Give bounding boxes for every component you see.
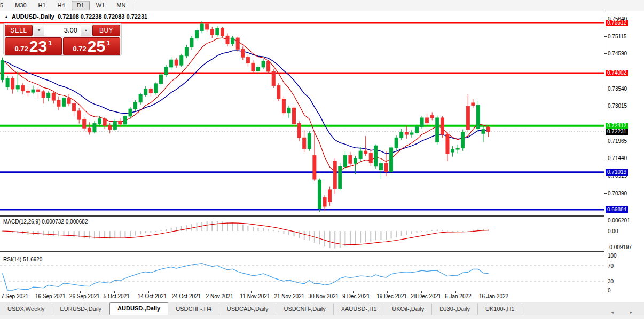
date-axis-tick-mark <box>80 291 81 293</box>
price-axis[interactable]: 0.756400.751150.745900.735400.730150.719… <box>604 11 644 291</box>
date-axis-tick-mark <box>183 291 183 293</box>
chart-window: ▲ AUDUSD-,Daily 0.72108 0.72238 0.72083 … <box>0 11 644 302</box>
macd-axis-tick: -0.009197 <box>608 244 632 250</box>
tab-scroll-arrows[interactable]: ◂ ▸ <box>611 309 644 315</box>
date-axis-tick-mark <box>490 291 490 293</box>
buy-price-button[interactable]: 0.72 25 1 <box>63 37 120 55</box>
date-axis-tick-mark <box>46 291 46 293</box>
price-axis-tick-mark <box>604 158 607 158</box>
sell-button[interactable]: SELL <box>5 25 33 36</box>
macd-axis-tick: 0.006201 <box>608 218 630 224</box>
timeframe-button-mn[interactable]: MN <box>111 1 131 10</box>
price-axis-tick: 0.73540 <box>608 85 627 91</box>
price-axis-tick-mark <box>604 141 607 141</box>
date-axis-label: 19 Dec 2021 <box>376 293 407 299</box>
pane-border <box>0 215 604 216</box>
chart-tab-usdcnh-daily[interactable]: USDCNH-,Daily <box>276 304 333 315</box>
chart-tab-xauusd-h1[interactable]: XAUUSD-,H1 <box>334 304 385 315</box>
sell-price-point: 1 <box>48 39 52 47</box>
timeframe-button-d1[interactable]: D1 <box>72 1 90 10</box>
date-axis-tick-mark <box>421 291 422 293</box>
price-axis-tick-mark <box>604 19 607 19</box>
rsi-axis-tick: 70 <box>608 263 614 269</box>
price-level-badge: 0.69884 <box>606 206 628 213</box>
chart-tab-usdx-weekly[interactable]: USDX,Weekly <box>0 304 52 315</box>
macd-label: MACD(12,26,9) 0.000732 0.000682 <box>3 219 88 225</box>
price-axis-tick: 0.71965 <box>608 138 627 143</box>
date-axis-tick-mark <box>285 291 285 293</box>
macd-indicator-pane[interactable] <box>0 216 604 251</box>
chart-tab-dj30-daily[interactable]: DJ30-,Daily <box>432 304 478 315</box>
price-axis-tick: 0.74590 <box>608 51 627 57</box>
price-axis-tick-mark <box>604 53 607 54</box>
chart-tab-eurusd-daily[interactable]: EURUSD-,Daily <box>52 304 109 315</box>
price-axis-tick-mark <box>604 176 607 176</box>
date-axis-label: 24 Oct 2021 <box>172 293 201 299</box>
sell-price-pips: 23 <box>29 38 47 54</box>
date-axis-tick-mark <box>12 291 12 293</box>
date-axis-tick-mark <box>251 291 252 293</box>
volume-decrease-button[interactable]: ▼ <box>34 25 44 36</box>
date-axis-label: 9 Dec 2021 <box>342 293 370 299</box>
price-axis-tick-mark <box>604 89 607 89</box>
one-click-trading-panel: SELL ▼ 3.00 ▲ BUY 0.72 23 1 0.72 25 1 <box>3 23 122 56</box>
chart-tab-ukoil-daily[interactable]: UKOil-,Daily <box>384 304 432 315</box>
price-level-badge: 0.74002 <box>606 70 628 76</box>
chart-tab-audusd-daily[interactable]: AUDUSD-,Daily <box>109 302 168 315</box>
price-level-badge: 0.72412 <box>606 123 628 129</box>
price-level-badge: 0.71013 <box>606 169 628 176</box>
date-axis[interactable]: 7 Sep 202116 Sep 202126 Sep 20215 Oct 20… <box>0 291 604 301</box>
date-axis-tick-mark <box>217 291 217 293</box>
mt4-window: 5M30H1H4D1W1MN ▲ AUDUSD-,Daily 0.72108 0… <box>0 0 644 319</box>
price-axis-tick-mark <box>604 36 607 37</box>
timeframe-button-h4[interactable]: H4 <box>52 1 70 10</box>
rsi-axis-tick: 0 <box>608 288 611 293</box>
sell-price-button[interactable]: 0.72 23 1 <box>5 37 62 55</box>
pane-border <box>0 254 604 254</box>
date-axis-label: 14 Oct 2021 <box>138 293 167 299</box>
buy-price-pips: 25 <box>88 38 105 54</box>
rsi-axis-tick: 30 <box>608 278 614 284</box>
volume-increase-button[interactable]: ▲ <box>81 25 91 36</box>
date-axis-label: 2 Nov 2021 <box>206 293 233 299</box>
date-axis-label: 16 Sep 2021 <box>35 293 66 299</box>
timeframe-button-5[interactable]: 5 <box>0 1 9 10</box>
price-axis-tick: 0.70390 <box>608 190 627 196</box>
timeframe-button-w1[interactable]: W1 <box>91 1 111 10</box>
buy-price-point: 1 <box>106 39 110 47</box>
pane-border <box>0 216 604 217</box>
chart-tab-usdchf-h4[interactable]: USDCHF-,H4 <box>168 304 219 315</box>
price-level-badge: 0.72231 <box>606 129 628 135</box>
macd-axis-tick: 0.00 <box>608 228 618 234</box>
price-axis-tick: 0.75115 <box>608 33 626 39</box>
date-axis-tick-mark <box>387 291 388 293</box>
date-axis-label: 30 Nov 2021 <box>308 293 339 299</box>
rsi-indicator-pane[interactable] <box>0 254 604 291</box>
volume-spinner: ▼ 3.00 ▲ <box>34 25 91 36</box>
timeframe-button-m30[interactable]: M30 <box>10 1 32 10</box>
timeframe-button-h1[interactable]: H1 <box>33 1 51 10</box>
date-axis-label: 5 Oct 2021 <box>104 293 130 299</box>
buy-button[interactable]: BUY <box>92 25 120 36</box>
timeframe-toolbar: 5M30H1H4D1W1MN <box>0 0 644 11</box>
chart-tab-uk100-h1[interactable]: UK100-,H1 <box>478 304 522 315</box>
sell-price-prefix: 0.72 <box>15 45 28 53</box>
date-axis-label: 6 Jan 2022 <box>445 293 472 299</box>
price-level-badge: 0.75512 <box>606 20 628 26</box>
rsi-axis-tick: 100 <box>608 253 617 259</box>
date-axis-label: 28 Dec 2021 <box>411 293 441 299</box>
pane-border <box>0 251 604 252</box>
price-axis-tick-mark <box>604 193 607 194</box>
rsi-label: RSI(14) 51.6920 <box>3 257 42 262</box>
buy-price-prefix: 0.72 <box>73 45 87 53</box>
date-axis-label: 16 Jan 2022 <box>479 293 508 299</box>
date-axis-tick-mark <box>319 291 319 293</box>
price-axis-tick: 0.73015 <box>608 103 627 109</box>
date-axis-label: 11 Nov 2021 <box>240 293 270 299</box>
toolbar-separator <box>135 1 135 10</box>
price-axis-tick-mark <box>604 106 607 106</box>
chart-tab-usdcad-daily[interactable]: USDCAD-,Daily <box>219 304 277 315</box>
volume-field[interactable]: 3.00 <box>44 25 81 36</box>
date-axis-tick-mark <box>455 291 456 293</box>
date-axis-label: 26 Sep 2021 <box>69 293 100 299</box>
